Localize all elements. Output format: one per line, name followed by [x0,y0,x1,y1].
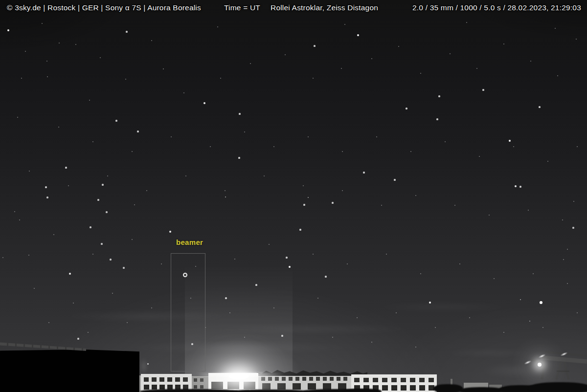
star [342,190,343,191]
window [419,385,425,391]
star [555,28,556,29]
star [171,136,172,137]
window [419,378,425,382]
star [398,46,399,47]
star [285,54,286,55]
star [65,167,67,168]
bush [342,389,382,392]
cloud-wisp [421,349,558,357]
star [530,61,531,62]
star [264,175,265,176]
star [436,118,438,120]
star [533,273,534,274]
star [7,29,9,31]
star [225,190,226,191]
star [438,95,440,97]
floodlight-core [229,373,248,379]
window [354,378,360,382]
cloud-wisp [338,301,548,313]
window [330,377,334,381]
star [420,273,421,274]
star [286,257,287,258]
star [17,117,18,118]
star [183,92,184,93]
window [391,385,397,391]
star [347,263,348,264]
star [77,338,79,339]
star [210,146,211,147]
window [144,385,149,390]
window [401,385,406,391]
star [567,283,568,284]
star [19,219,20,220]
night-sky-photo: © 3sky.de | Rostock | GER | Sony α 7S | … [0,0,587,392]
star [332,337,333,338]
star [344,24,345,25]
star [2,257,3,258]
window [382,378,387,382]
star [547,161,548,162]
star [513,146,514,147]
star [482,89,484,90]
window [391,378,397,382]
star [577,312,578,313]
star [529,321,531,322]
star [325,276,326,277]
star [14,211,15,212]
star [21,78,22,79]
star [386,254,387,255]
star [520,299,521,301]
star [394,179,395,180]
window [382,385,388,391]
star [342,151,343,152]
star [396,312,397,313]
star [163,68,164,69]
star [217,26,218,27]
window [429,378,434,382]
star [313,254,314,255]
star [123,267,124,268]
window [410,385,416,391]
smoke-wisp [140,358,148,374]
window [373,378,378,382]
beamer-annotation-box [171,253,205,371]
star [161,263,162,264]
star [376,136,377,137]
star [234,259,235,260]
star [519,186,521,187]
star [363,172,364,173]
star [203,102,205,104]
crane-lamp [538,363,542,367]
star [112,293,113,294]
star [410,151,411,152]
star [515,185,517,187]
star [29,171,30,172]
star [572,227,574,228]
star [125,79,126,80]
star [341,68,342,69]
star [75,44,76,45]
star [47,76,48,77]
lens-info-text: Rollei Astroklar, Zeiss Distagon [271,3,378,12]
star [146,190,147,191]
star [132,151,133,152]
star [539,106,540,108]
star [308,197,309,198]
window [343,377,347,381]
foreground-roof [0,349,139,392]
star [303,185,304,186]
star [494,278,495,279]
star [134,204,135,205]
star [107,175,108,176]
star [503,44,504,44]
window [410,378,415,382]
star [415,347,416,348]
star [563,259,564,260]
star [528,210,529,211]
star [562,219,563,220]
star [244,131,245,132]
star [269,244,270,245]
window [363,378,369,382]
star [317,298,318,299]
beamer-annotation-label: beamer [176,238,203,246]
